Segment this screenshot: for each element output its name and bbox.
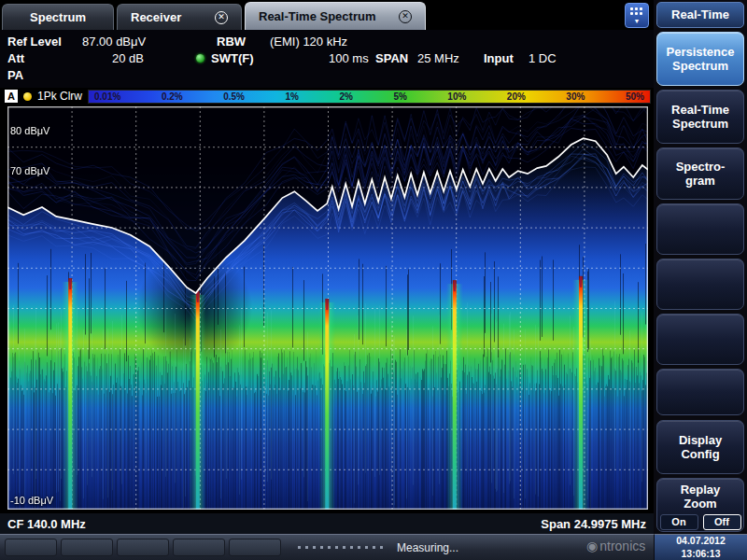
ref-level-value[interactable]: 87.00 dBμV: [82, 35, 146, 49]
input-value[interactable]: 1 DC: [529, 51, 557, 65]
softkey-empty-2[interactable]: [656, 259, 744, 310]
softkey-empty-1[interactable]: [656, 203, 744, 255]
taskbar-slot[interactable]: [229, 539, 281, 556]
watermark-text: ntronics: [599, 539, 645, 553]
window-id-badge: A: [5, 90, 18, 103]
swt-status-led-icon: [196, 54, 204, 63]
softkey-sidebar: Real-Time Persistence Spectrum Real-Time…: [654, 0, 747, 534]
power-circle-icon: ◉: [586, 539, 598, 553]
softkey-persistence-spectrum[interactable]: Persistence Spectrum: [656, 32, 744, 86]
softkey-spectrogram[interactable]: Spectro- gram: [656, 147, 744, 200]
colorbar-label: 1%: [285, 91, 298, 102]
taskbar-slot[interactable]: [117, 539, 169, 556]
ref-level-label: Ref Level: [7, 35, 62, 49]
plot-footer: CF 140.0 MHz Span 24.9975 MHz: [0, 513, 654, 534]
tab-label: Real-Time Spectrum: [259, 9, 375, 23]
colorbar-label: 2%: [339, 91, 352, 102]
tab-bar: Spectrum Receiver ✕ Real-Time Spectrum ✕: [0, 0, 654, 30]
taskbar-slot[interactable]: [61, 539, 113, 556]
measurement-header: Ref Level 87.00 dBμV RBW (EMI) 120 kHz A…: [0, 30, 654, 88]
center-frequency-readout[interactable]: CF 140.0 MHz: [7, 517, 86, 531]
att-value[interactable]: 20 dB: [112, 51, 144, 65]
trace-color-dot-icon: [23, 92, 32, 101]
softkey-empty-4[interactable]: [656, 369, 744, 415]
tab-label: Receiver: [131, 10, 181, 24]
colorbar-label: 20%: [507, 91, 526, 102]
colorbar-label: 10%: [447, 91, 466, 102]
time-label: 13:06:13: [681, 548, 720, 560]
trace-label: 1Pk Clrw: [37, 90, 82, 103]
softkey-menu-title: Real-Time: [656, 2, 744, 28]
taskbar-slot[interactable]: [5, 539, 57, 556]
instrument-screen: Spectrum Receiver ✕ Real-Time Spectrum ✕…: [0, 0, 747, 560]
swt-label: SWT(F): [211, 51, 253, 65]
span-value[interactable]: 25 MHz: [417, 51, 459, 65]
replay-zoom-label: Replay Zoom: [681, 483, 721, 511]
colorbar-label: 30%: [566, 91, 585, 102]
y-axis-tick: -10 dBμV: [10, 495, 53, 506]
watermark: ◉ ntronics: [586, 539, 645, 553]
softkey-empty-3[interactable]: [656, 314, 744, 365]
spectrum-display-area: A 1Pk Clrw 0.01% 0.2% 0.5% 1% 2% 5% 10% …: [0, 88, 654, 534]
replay-zoom-on-button[interactable]: On: [660, 514, 698, 530]
plot-header: A 1Pk Clrw 0.01% 0.2% 0.5% 1% 2% 5% 10% …: [0, 88, 654, 105]
span-readout[interactable]: Span 24.9975 MHz: [541, 517, 646, 531]
tab-receiver[interactable]: Receiver ✕: [117, 4, 242, 30]
swt-value[interactable]: 100 ms: [329, 51, 369, 65]
y-axis-tick: 80 dBμV: [10, 125, 49, 136]
span-label: SPAN: [375, 51, 408, 65]
taskbar-slot[interactable]: [173, 539, 225, 556]
softkey-replay-zoom[interactable]: Replay Zoom On Off: [656, 478, 744, 532]
close-icon[interactable]: ✕: [215, 11, 228, 24]
y-axis-tick: 70 dBμV: [10, 165, 49, 176]
rbw-label: RBW: [217, 35, 246, 49]
datetime-display: 04.07.2012 13:06:13: [654, 534, 747, 560]
input-label: Input: [484, 51, 514, 65]
tab-spectrum[interactable]: Spectrum: [2, 4, 114, 30]
softkey-real-time-spectrum[interactable]: Real-Time Spectrum: [656, 90, 744, 144]
colorbar-label: 50%: [626, 91, 644, 102]
persistence-spectrum-canvas: [7, 106, 648, 510]
colorbar-label: 0.5%: [223, 91, 245, 102]
progress-dots: [298, 546, 388, 549]
colorbar-gradient: 0.01% 0.2% 0.5% 1% 2% 5% 10% 20% 30% 50%: [88, 90, 651, 104]
window-layout-button[interactable]: ▼: [625, 3, 649, 28]
rbw-value[interactable]: (EMI) 120 kHz: [270, 35, 347, 49]
preamp-label: PA: [7, 68, 23, 82]
grid-dots-icon: [630, 7, 644, 17]
colorbar-label: 5%: [393, 91, 406, 102]
chevron-down-icon: ▼: [634, 19, 641, 23]
tab-label: Spectrum: [30, 10, 86, 24]
colorbar-label: 0.01%: [94, 91, 120, 102]
measuring-status: Measuring...: [397, 541, 458, 554]
colorbar-label: 0.2%: [162, 91, 183, 102]
softkey-display-config[interactable]: Display Config: [656, 420, 744, 474]
tab-real-time-spectrum[interactable]: Real-Time Spectrum ✕: [245, 2, 426, 30]
close-icon[interactable]: ✕: [399, 10, 412, 23]
replay-zoom-toggle: On Off: [660, 514, 741, 530]
replay-zoom-off-button[interactable]: Off: [703, 514, 741, 530]
att-label: Att: [7, 51, 24, 65]
date-label: 04.07.2012: [676, 535, 726, 547]
